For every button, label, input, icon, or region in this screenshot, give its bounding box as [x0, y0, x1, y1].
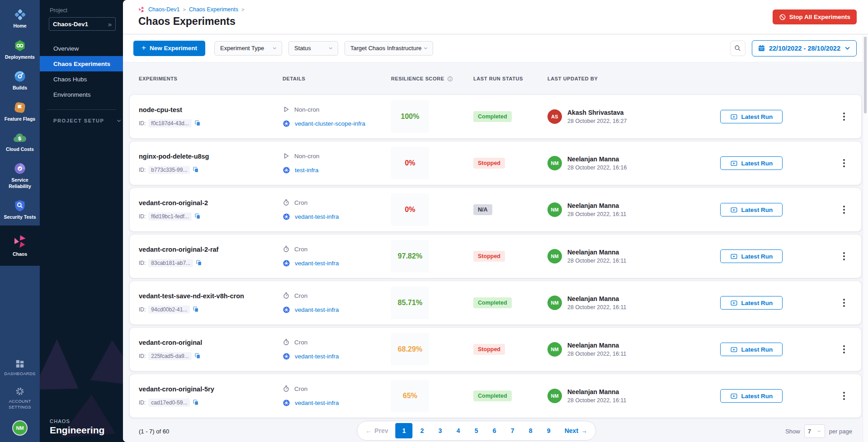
nav-builds[interactable]: Builds [0, 65, 40, 96]
nav-feature-flags[interactable]: Feature Flags [0, 96, 40, 127]
resilience-score-value: 85.71% [391, 287, 429, 319]
table-row[interactable]: vedant-test-save-nd-exit-v8h-cron ID: 94… [130, 281, 861, 324]
sidebar-item-overview[interactable]: Overview [40, 41, 123, 56]
latest-run-button[interactable]: Latest Run [720, 343, 783, 356]
latest-run-button[interactable]: Latest Run [720, 389, 783, 403]
copy-icon[interactable] [193, 306, 199, 313]
experiment-type-filter[interactable]: Experiment Type [214, 41, 282, 56]
experiment-cell: vedant-cron-original-5ry ID: cad17ed0-59… [130, 386, 274, 407]
info-icon[interactable] [447, 76, 453, 82]
latest-run-button[interactable]: Latest Run [720, 110, 783, 123]
infrastructure-link[interactable]: vedant-cluster-scope-infra [295, 120, 365, 127]
app-root: Home Deployments Builds [0, 0, 868, 442]
sidebar-item-chaos-experiments[interactable]: Chaos Experiments [40, 56, 123, 71]
arrow-left-icon: ← [365, 427, 372, 434]
new-experiment-button[interactable]: + New Experiment [133, 41, 205, 56]
page-button[interactable]: 4 [450, 423, 467, 438]
collapse-icon[interactable]: » [108, 20, 112, 28]
page-button[interactable]: 3 [432, 423, 449, 438]
per-page-select[interactable]: 7 [804, 424, 825, 438]
prev-page-button[interactable]: ← Prev [363, 423, 391, 438]
project-setup-section[interactable]: PROJECT SETUP [40, 118, 123, 123]
infrastructure-link[interactable]: vedant-test-infra [295, 213, 339, 220]
sidebar-item-environments[interactable]: Environments [40, 87, 123, 102]
experiment-name[interactable]: node-cpu-test [139, 106, 274, 113]
avatar: NM [547, 389, 562, 403]
infrastructure-link[interactable]: vedant-test-infra [295, 260, 339, 267]
experiment-name[interactable]: vedant-cron-original-2-raf [139, 246, 274, 253]
nav-dashboards[interactable]: DASHBOARDS [0, 354, 40, 381]
infrastructure-link[interactable]: vedant-test-infra [295, 306, 339, 313]
details-cell: Cron vedant-test-infra [274, 199, 382, 221]
row-menu-kebab-icon[interactable] [838, 157, 850, 169]
table-row[interactable]: vedant-cron-original-5ry ID: cad17ed0-59… [130, 374, 861, 418]
user-avatar[interactable]: NM [13, 421, 27, 435]
experiment-name[interactable]: vedant-test-save-nd-exit-v8h-cron [139, 292, 274, 300]
copy-icon[interactable] [194, 353, 201, 359]
score-cell: 65% [382, 380, 464, 412]
sidebar-item-chaos-hubs[interactable]: Chaos Hubs [40, 71, 123, 87]
nav-service-reliability[interactable]: Service Reliability [0, 157, 40, 194]
copy-icon[interactable] [194, 120, 201, 127]
table-row[interactable]: nginx-pod-delete-u8sg ID: b773c335-99... [130, 141, 861, 185]
page-button[interactable]: 8 [522, 423, 539, 438]
row-menu-kebab-icon[interactable] [838, 343, 850, 356]
nav-home[interactable]: Home [0, 4, 40, 34]
page-button[interactable]: 5 [468, 423, 485, 438]
stop-all-experiments-button[interactable]: Stop All Experiments [773, 9, 857, 24]
latest-run-button[interactable]: Latest Run [720, 156, 783, 170]
latest-run-label: Latest Run [741, 253, 773, 260]
infrastructure-link[interactable]: vedant-test-infra [295, 353, 339, 360]
latest-run-button[interactable]: Latest Run [720, 203, 783, 216]
scrollbar-track[interactable] [863, 35, 868, 442]
latest-run-button[interactable]: Latest Run [720, 249, 783, 263]
infrastructure-link[interactable]: vedant-test-infra [295, 400, 339, 406]
experiment-name[interactable]: nginx-pod-delete-u8sg [139, 153, 274, 160]
nav-deployments[interactable]: Deployments [0, 34, 40, 66]
nav-cloud-costs[interactable]: $ Cloud Costs [0, 127, 40, 158]
svg-text:$: $ [18, 135, 22, 141]
target-infrastructure-filter[interactable]: Target Chaos Infrastructure [344, 41, 433, 56]
next-page-button[interactable]: Next → [562, 423, 590, 438]
copy-icon[interactable] [194, 213, 201, 220]
copy-icon[interactable] [196, 259, 203, 266]
search-button[interactable] [730, 41, 745, 56]
copy-icon[interactable] [193, 399, 199, 406]
status-filter[interactable]: Status [288, 41, 338, 56]
table-row[interactable]: node-cpu-test ID: f0c187d4-43d... [130, 95, 861, 138]
page-button[interactable]: 2 [414, 423, 431, 438]
row-menu-kebab-icon[interactable] [838, 250, 850, 263]
nav-dashboards-label: DASHBOARDS [4, 371, 36, 376]
experiment-id: 94cd00b2-41... [148, 306, 190, 314]
latest-run-button[interactable]: Latest Run [720, 296, 783, 310]
table-row[interactable]: vedant-cron-original-2 ID: f6d19bc1-fedf… [130, 188, 861, 231]
id-label: ID: [139, 353, 146, 359]
project-selector[interactable]: Chaos-Dev1 » [49, 17, 116, 31]
row-menu-kebab-icon[interactable] [838, 390, 850, 402]
nav-chaos[interactable]: Chaos [0, 226, 40, 266]
table-row[interactable]: vedant-cron-original-2-raf ID: 83cab181-… [130, 235, 861, 278]
experiment-cell: vedant-cron-original ID: 225fcad5-da9... [130, 339, 274, 360]
page-button[interactable]: 9 [540, 423, 557, 438]
experiment-name[interactable]: vedant-cron-original-5ry [139, 386, 274, 393]
breadcrumb-experiments-link[interactable]: Chaos Experiments [189, 6, 238, 13]
nav-security-tests[interactable]: Security Tests [0, 194, 40, 226]
date-range-picker[interactable]: 22/10/2022 - 28/10/2022 [752, 40, 857, 56]
copy-icon[interactable] [193, 166, 199, 173]
row-menu-kebab-icon[interactable] [838, 203, 850, 216]
schedule-line: Cron [283, 385, 382, 392]
scrollbar-thumb[interactable] [864, 37, 867, 113]
nav-account-settings[interactable]: ACCOUNT SETTINGS [0, 381, 40, 415]
table-row[interactable]: vedant-cron-original ID: 225fcad5-da9... [130, 328, 861, 371]
page-button[interactable]: 1 [396, 423, 413, 438]
experiment-id-row: ID: 83cab181-ab7... [139, 259, 274, 267]
row-menu-kebab-icon[interactable] [838, 110, 850, 123]
experiment-name[interactable]: vedant-cron-original [139, 339, 274, 346]
page-button[interactable]: 7 [504, 423, 521, 438]
breadcrumb-project-link[interactable]: Chaos-Dev1 [148, 6, 179, 13]
experiment-name[interactable]: vedant-cron-original-2 [139, 199, 274, 207]
row-menu-kebab-icon[interactable] [838, 296, 850, 309]
page-button[interactable]: 6 [486, 423, 503, 438]
infrastructure-link[interactable]: test-infra [295, 167, 319, 174]
infra-line: vedant-test-infra [283, 399, 382, 407]
